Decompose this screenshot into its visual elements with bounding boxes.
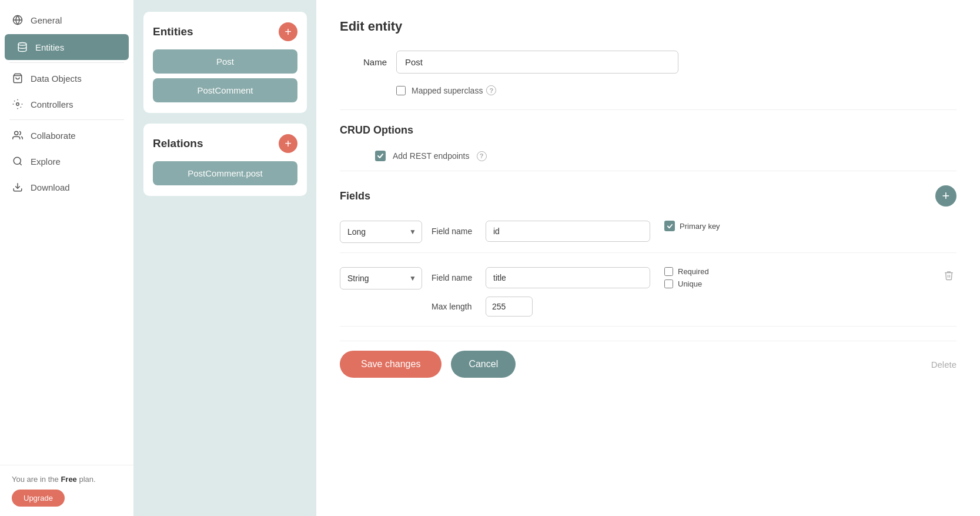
max-length-label: Max length (432, 302, 479, 311)
field-name-group-id: Field name (432, 221, 650, 242)
sidebar-item-download-label: Download (31, 182, 70, 192)
required-checkbox[interactable] (664, 267, 673, 276)
delete-link[interactable]: Delete (931, 359, 956, 369)
max-length-row: Max length (432, 297, 650, 317)
field-options-id: Primary key (664, 221, 720, 231)
svg-point-2 (18, 43, 26, 46)
add-entity-button[interactable]: + (279, 22, 297, 41)
sidebar-item-entities-label: Entities (35, 42, 64, 52)
relations-title: Relations (153, 137, 203, 150)
search-icon (12, 155, 24, 167)
add-rest-checkbox[interactable] (375, 151, 386, 161)
sidebar-item-data-objects[interactable]: Data Objects (0, 65, 133, 91)
unique-label: Unique (678, 279, 702, 288)
controllers-icon (12, 98, 24, 110)
mapped-superclass-checkbox[interactable] (396, 86, 406, 95)
data-objects-icon (12, 72, 24, 84)
mapped-superclass-row: Mapped superclass ? (396, 85, 956, 95)
field-name-label-title: Field name (432, 273, 479, 282)
globe-icon (12, 14, 24, 26)
crud-options-heading: CRUD Options (340, 124, 956, 137)
name-label: Name (340, 57, 387, 67)
primary-key-label: Primary key (680, 222, 720, 231)
sidebar-item-download[interactable]: Download (0, 174, 133, 200)
fields-heading: Fields (340, 190, 370, 202)
field-name-input-id[interactable] (486, 221, 650, 242)
sidebar-bottom: You are in the Free plan. Upgrade (0, 465, 133, 516)
entities-title: Entities (153, 25, 193, 38)
primary-key-row: Primary key (664, 221, 720, 231)
sidebar: General Entities Data Objects Controller… (0, 0, 134, 516)
middle-panel: Entities + Post PostComment Relations + … (134, 0, 316, 516)
svg-point-12 (14, 157, 21, 164)
sidebar-item-data-objects-label: Data Objects (31, 74, 82, 84)
sidebar-item-collaborate[interactable]: Collaborate (0, 122, 133, 148)
field-row-title: String Long Integer Boolean Date ▼ Field… (340, 267, 956, 327)
field-type-select-id[interactable]: Long String Integer Boolean Date ▼ (340, 221, 422, 243)
field-row-id: Long String Integer Boolean Date ▼ Field… (340, 221, 956, 253)
svg-line-7 (14, 101, 15, 101)
max-length-input[interactable] (486, 297, 533, 317)
entities-section-header: Entities + (153, 22, 297, 41)
add-field-button[interactable]: + (935, 185, 956, 207)
add-relation-button[interactable]: + (279, 134, 297, 153)
divider-2 (340, 171, 956, 171)
main-content: Edit entity Name Mapped superclass ? CRU… (316, 0, 980, 516)
sidebar-item-entities[interactable]: Entities (5, 34, 129, 60)
sidebar-item-explore-label: Explore (31, 157, 61, 167)
required-label: Required (678, 267, 709, 276)
sidebar-item-general-label: General (31, 15, 62, 25)
field-name-row-id: Field name (432, 221, 650, 242)
entity-post-button[interactable]: Post (153, 49, 297, 74)
bottom-actions: Save changes Cancel Delete (340, 341, 956, 382)
svg-line-13 (19, 163, 21, 165)
upgrade-button[interactable]: Upgrade (12, 490, 65, 507)
sidebar-item-controllers-label: Controllers (31, 99, 73, 109)
sidebar-nav: General Entities Data Objects Controller… (0, 0, 133, 465)
field-type-dropdown-id[interactable]: Long String Integer Boolean Date (340, 221, 422, 243)
divider-1 (340, 109, 956, 110)
svg-point-4 (16, 103, 19, 106)
field-type-select-title[interactable]: String Long Integer Boolean Date ▼ (340, 267, 422, 289)
save-changes-button[interactable]: Save changes (340, 351, 441, 378)
fields-header: Fields + (340, 185, 956, 207)
field-name-input-title[interactable] (486, 267, 650, 288)
add-rest-help-icon[interactable]: ? (477, 151, 487, 161)
unique-checkbox[interactable] (664, 279, 673, 288)
crud-rest-row: Add REST endpoints ? (375, 151, 956, 161)
field-name-row-title: Field name (432, 267, 650, 288)
collaborate-icon (12, 129, 24, 141)
field-name-group-title: Field name Max length (432, 267, 650, 317)
sidebar-item-explore[interactable]: Explore (0, 148, 133, 174)
entity-postcomment-button[interactable]: PostComment (153, 78, 297, 102)
field-options-title: Required Unique (664, 267, 709, 288)
download-icon (12, 181, 24, 193)
relations-section-header: Relations + (153, 134, 297, 153)
plan-text: You are in the Free plan. (12, 475, 122, 484)
delete-field-icon[interactable] (941, 267, 956, 287)
cancel-button[interactable]: Cancel (451, 351, 516, 378)
edit-entity-title: Edit entity (340, 19, 956, 34)
name-input[interactable] (396, 51, 678, 74)
field-name-label-id: Field name (432, 227, 479, 236)
add-rest-label: Add REST endpoints ? (393, 151, 487, 161)
name-row: Name (340, 51, 956, 74)
mapped-superclass-help-icon[interactable]: ? (486, 85, 496, 95)
svg-line-8 (21, 107, 21, 108)
database-icon (16, 41, 28, 53)
relations-section: Relations + PostComment.post (143, 124, 307, 196)
sidebar-item-collaborate-label: Collaborate (31, 131, 76, 141)
svg-point-11 (15, 131, 18, 135)
mapped-superclass-label: Mapped superclass ? (412, 85, 496, 95)
unique-row: Unique (664, 279, 709, 288)
primary-key-checkbox[interactable] (664, 221, 675, 231)
required-row: Required (664, 267, 709, 276)
sidebar-item-controllers[interactable]: Controllers (0, 91, 133, 117)
field-type-dropdown-title[interactable]: String Long Integer Boolean Date (340, 267, 422, 289)
entities-section: Entities + Post PostComment (143, 12, 307, 113)
sidebar-item-general[interactable]: General (0, 7, 133, 33)
relation-postcomment-post-button[interactable]: PostComment.post (153, 161, 297, 185)
